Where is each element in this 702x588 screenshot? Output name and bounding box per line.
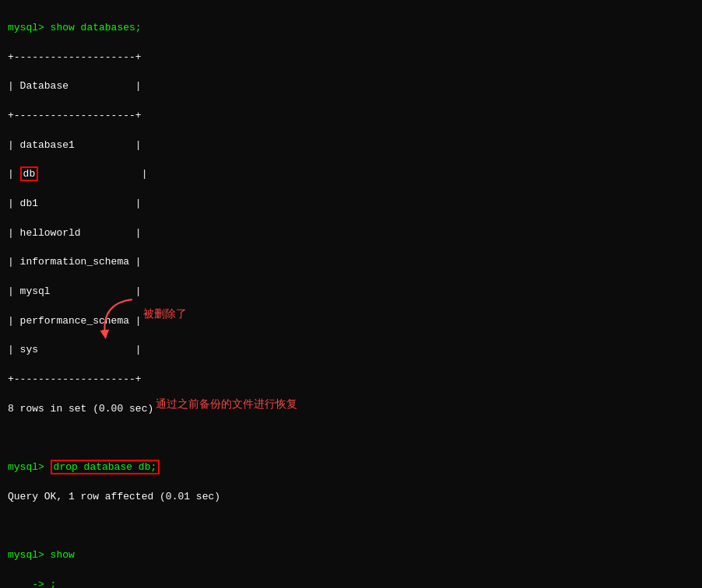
arrow-icon (93, 296, 140, 342)
line-14: 8 rows in set (0.00 sec) (8, 402, 694, 417)
line-5: | database1 | (8, 138, 694, 153)
line-drop-db: mysql> drop database db; (8, 460, 694, 475)
line-12: | sys | (8, 343, 694, 358)
line-4: +--------------------+ (8, 109, 694, 124)
line-arrow: -> ; (8, 578, 694, 588)
annotation-deleted-text: 被删除了 (143, 307, 187, 321)
line-8: | helloworld | (8, 226, 694, 241)
line-13: +--------------------+ (8, 373, 694, 387)
line-query-ok-drop: Query OK, 1 row affected (0.01 sec) (8, 490, 694, 505)
line-7: | db1 | (8, 197, 694, 212)
line-show: mysql> show (8, 548, 694, 563)
line-15 (8, 431, 694, 446)
line-3: | Database | (8, 79, 694, 94)
line-2: +--------------------+ (8, 51, 694, 65)
line-6-db: | db | (8, 167, 694, 182)
line-9: | information_schema | (8, 255, 694, 270)
line-blank1 (8, 520, 694, 534)
line-1: mysql> show databases; (8, 21, 694, 36)
annotation-deleted: 被删除了 (93, 303, 187, 342)
annotation-restore-text: 通过之前备份的文件进行恢复 (156, 397, 297, 410)
annotation-restore: 通过之前备份的文件进行恢复 (156, 397, 297, 411)
